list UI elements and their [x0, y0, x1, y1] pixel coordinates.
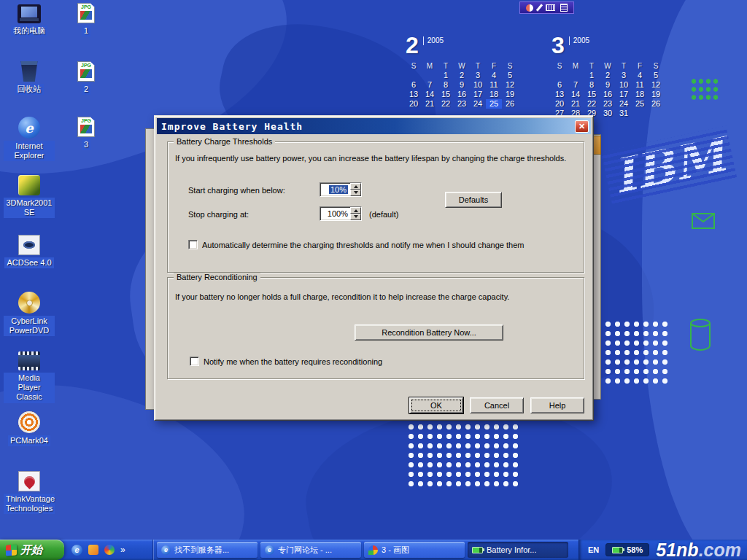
- dialog-body: Battery Charge Thresholds If you infrequ…: [157, 134, 591, 418]
- desktop-icon-media-player-classic[interactable]: Media Player Classic: [3, 351, 55, 403]
- calendar-day: 15: [438, 90, 454, 99]
- language-indicator[interactable]: EN: [588, 545, 599, 554]
- calendar-day: 23: [454, 99, 470, 109]
- desktop-icon-acdsee[interactable]: ACDSee 4.0: [3, 235, 55, 268]
- jpg-file-icon: JPG: [77, 3, 95, 23]
- notify-reconditioning-checkbox[interactable]: [190, 357, 199, 366]
- calendar-day: 3: [470, 71, 486, 80]
- calendar-weekday: M: [422, 61, 438, 71]
- mail-icon: [692, 213, 715, 229]
- desktop-icon-internet-explorer[interactable]: e Internet Explorer: [3, 117, 55, 161]
- watermark: 51nb.com: [656, 541, 741, 559]
- taskbar-task-forum[interactable]: e 专门网论坛 - ...: [260, 542, 361, 558]
- start-charging-value[interactable]: 10%: [329, 185, 348, 194]
- calendar-weekday: T: [470, 61, 486, 71]
- calendar-day: 4: [632, 71, 648, 80]
- chevron-icon[interactable]: »: [120, 545, 125, 555]
- jpg-file-icon: JPG: [77, 117, 95, 137]
- keyboard-icon[interactable]: [546, 4, 555, 11]
- auto-thresholds-checkbox-row: Automatically determine the charging thr…: [188, 240, 575, 249]
- start-button[interactable]: 开始: [0, 540, 64, 560]
- stop-charging-value[interactable]: 100%: [328, 209, 348, 218]
- taskbar-task-battery-information[interactable]: Battery Infor...: [468, 542, 568, 558]
- start-charging-spinner[interactable]: 10%: [320, 182, 362, 197]
- calendar-day: 26: [502, 99, 518, 109]
- calendar-day: 7: [568, 80, 584, 90]
- quicklaunch-media-icon[interactable]: [88, 545, 98, 555]
- notify-reconditioning-checkbox-label: Notify me when the battery requires reco…: [204, 357, 382, 366]
- ie-icon: e: [161, 545, 171, 555]
- calendar-month-3: 32005SMTWTFS1234567891011121314151617181…: [551, 34, 664, 118]
- desktop-icon-thinkvantage[interactable]: ThinkVantage Technologies: [3, 471, 55, 514]
- recycle-bin-icon: [20, 61, 39, 82]
- calendar-day: 5: [502, 71, 518, 80]
- taskbar: 开始 e » e 找不到服务器... e 专门网论坛 - ... 3 - 画图 …: [0, 540, 747, 560]
- spin-down-icon[interactable]: [350, 214, 361, 220]
- desktop-icon-jpg-1[interactable]: JPG 1: [70, 3, 102, 36]
- quicklaunch-ie-icon[interactable]: e: [71, 545, 82, 556]
- battery-reconditioning-group: Battery Reconditioning If your battery n…: [167, 277, 584, 379]
- close-icon[interactable]: ✕: [575, 120, 589, 133]
- battery-icon: [612, 547, 623, 553]
- calendar-weekday: F: [632, 61, 648, 71]
- calendar-day: 24: [470, 99, 486, 109]
- ime-toolbar[interactable]: [519, 1, 574, 14]
- taskbar-task-ie-server[interactable]: e 找不到服务器...: [157, 542, 258, 558]
- database-icon: [689, 318, 712, 351]
- spin-up-icon[interactable]: [350, 183, 361, 190]
- calendar-day: 11: [486, 80, 502, 90]
- group-legend: Battery Charge Thresholds: [174, 137, 275, 146]
- calendar-day: [422, 71, 438, 80]
- stop-charging-label: Stop charging at:: [188, 210, 249, 219]
- ok-button[interactable]: OK: [409, 397, 463, 413]
- pen-icon[interactable]: [536, 4, 543, 11]
- desktop-icon-jpg-3[interactable]: JPG 3: [70, 117, 102, 150]
- desktop-icon-recycle-bin[interactable]: 回收站: [3, 61, 55, 95]
- calendar-day: 4: [486, 71, 502, 80]
- spin-up-icon[interactable]: [350, 207, 361, 214]
- spin-down-icon[interactable]: [350, 190, 361, 196]
- calendar-day: 18: [632, 90, 648, 99]
- calendar-day: 16: [600, 90, 616, 99]
- calendar-day: 22: [584, 99, 600, 109]
- calendar-weekday: S: [551, 61, 568, 71]
- taskbar-task-paint[interactable]: 3 - 画图: [364, 542, 465, 558]
- jpg-file-icon: JPG: [77, 61, 95, 82]
- calendar-weekday: T: [584, 61, 600, 71]
- notepad-icon[interactable]: [560, 4, 568, 12]
- auto-thresholds-checkbox[interactable]: [188, 240, 198, 249]
- calendar-day: 8: [438, 80, 454, 90]
- desktop-icon-3dmark2001[interactable]: 3DMark2001 SE: [3, 175, 55, 218]
- calendar-day: 8: [584, 80, 600, 90]
- dot-grid-decoration: [406, 422, 521, 486]
- ime-indicator-icon[interactable]: [526, 4, 533, 12]
- recondition-battery-button[interactable]: Recondition Battery Now...: [355, 324, 503, 341]
- calendar-weekday: M: [568, 61, 584, 71]
- stop-charging-spinner[interactable]: 100%: [320, 206, 362, 221]
- calendar-day: 1: [438, 71, 454, 80]
- cancel-button[interactable]: Cancel: [470, 397, 524, 413]
- calendar-day: 2: [454, 71, 470, 80]
- auto-thresholds-checkbox-label: Automatically determine the charging thr…: [202, 241, 524, 249]
- quicklaunch-player-icon[interactable]: [104, 545, 115, 555]
- quick-launch-bar: e »: [64, 540, 153, 560]
- calendar-weekday: W: [454, 61, 470, 71]
- help-button[interactable]: Help: [530, 397, 584, 413]
- desktop-icon-my-computer[interactable]: 我的电脑: [3, 4, 55, 36]
- film-strip-icon: [18, 351, 40, 370]
- dialog-titlebar[interactable]: Improve Battery Health ✕: [157, 118, 591, 134]
- calendar-day: 19: [502, 90, 518, 99]
- calendar-day: 30: [600, 109, 616, 118]
- desktop-icon-pcmark04[interactable]: PCMark04: [3, 411, 55, 446]
- calendar-day: 22: [438, 99, 454, 109]
- calendar-month-header: 22005: [406, 34, 518, 57]
- calendar-day: 23: [600, 99, 616, 109]
- calendar-day: 10: [616, 80, 632, 90]
- 3dmark-icon: [18, 175, 40, 195]
- defaults-button[interactable]: Defaults: [445, 192, 502, 208]
- improve-battery-health-dialog: Improve Battery Health ✕ Battery Charge …: [154, 115, 594, 421]
- battery-status[interactable]: 58%: [605, 543, 649, 556]
- desktop-icon-jpg-2[interactable]: JPG 2: [70, 61, 102, 95]
- desktop-icon-powerdvd[interactable]: CyberLink PowerDVD: [3, 292, 55, 336]
- calendar-day: 9: [600, 80, 616, 90]
